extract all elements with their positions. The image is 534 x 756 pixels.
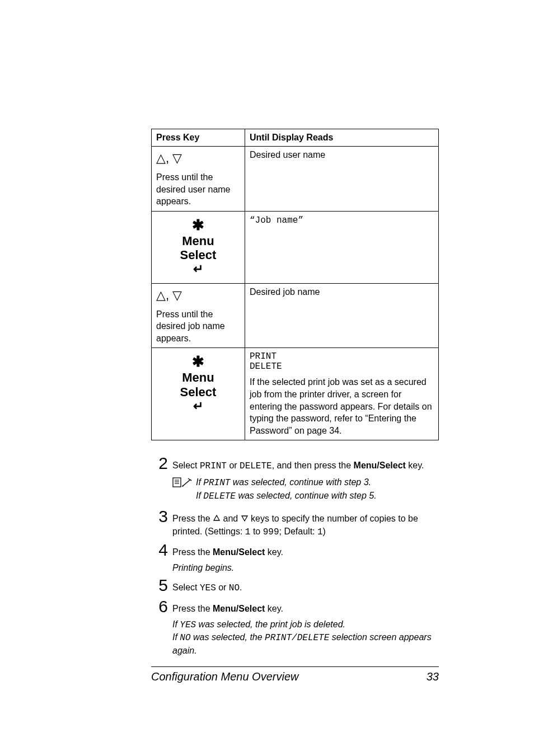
text: key.: [265, 604, 283, 613]
press-key-subnote: Press until the desired job name appears…: [156, 309, 225, 343]
up-down-arrows-icon: △, ▽: [156, 287, 182, 308]
text: to: [250, 527, 263, 536]
text: ): [323, 527, 326, 536]
display-reads-cell: “Job name”: [245, 211, 439, 283]
bold-text: Menu/Select: [213, 604, 265, 613]
menu-label: Menu: [156, 370, 240, 384]
code-text: PRINT: [203, 478, 230, 488]
code-text: DELETE: [240, 461, 272, 471]
display-text-paragraph: If the selected print job was set as a s…: [250, 376, 434, 436]
col-header-display-reads: Until Display Reads: [245, 129, 439, 147]
text: key.: [406, 461, 424, 470]
text: key.: [265, 547, 283, 557]
press-key-cell: △, ▽ Press until the desired job name ap…: [152, 283, 245, 348]
text: Press the: [172, 547, 213, 557]
down-triangle-icon: [241, 513, 249, 525]
select-label: Select: [156, 248, 240, 262]
code-text: 999: [263, 527, 279, 537]
text: /: [292, 633, 297, 643]
document-page: Press Key Until Display Reads △, ▽ Press…: [0, 0, 534, 756]
instruction-steps: 2 Select PRINT or DELETE, and then press…: [151, 455, 439, 656]
code-text: YES: [200, 583, 216, 593]
enter-icon: ↵: [156, 262, 240, 276]
menu-label: Menu: [156, 234, 240, 248]
text: If: [196, 491, 203, 500]
text: Press the: [172, 604, 213, 613]
press-key-subnote: Press until the desired user name appear…: [156, 172, 231, 206]
code-text: 1: [245, 527, 251, 537]
bold-text: Menu/Select: [213, 547, 265, 557]
text: .: [240, 583, 242, 592]
step-row: 3 Press the and keys to specify the numb…: [151, 508, 439, 538]
press-key-cell: ✱ Menu Select ↵: [152, 348, 245, 440]
note-icon: [172, 476, 194, 491]
footer-title: Configuration Menu Overview: [151, 670, 298, 683]
col-header-press-key: Press Key: [152, 129, 245, 147]
up-triangle-icon: [213, 513, 221, 525]
star-icon: ✱: [156, 354, 240, 370]
svg-marker-5: [242, 516, 247, 521]
table-row: △, ▽ Press until the desired user name a…: [152, 147, 439, 212]
step-body: Select PRINT or DELETE, and then press t…: [172, 455, 439, 473]
step-subtext: If YES was selected, the print job is de…: [172, 618, 439, 657]
code-text: PRINT: [200, 461, 227, 471]
code-text: DELETE: [203, 491, 236, 501]
code-text: NO: [180, 633, 190, 643]
text: Select: [172, 583, 200, 592]
text: Select: [172, 461, 200, 470]
code-text: NO: [229, 583, 240, 593]
up-down-arrows-icon: △, ▽: [156, 150, 182, 171]
note-row: If PRINT was selected, continue with ste…: [172, 476, 439, 503]
step-row: 4 Press the Menu/Select key. Printing be…: [151, 542, 439, 574]
text: Press the: [172, 514, 213, 523]
step-number: 2: [151, 455, 168, 472]
display-reads-cell: Desired user name: [245, 147, 439, 212]
menu-select-icon: ✱ Menu Select ↵: [156, 215, 240, 280]
enter-icon: ↵: [156, 399, 240, 413]
text: or: [216, 583, 229, 592]
star-icon: ✱: [156, 217, 240, 234]
step-number: 5: [151, 577, 168, 594]
svg-marker-4: [214, 515, 219, 520]
display-text-print: PRINT: [250, 351, 434, 361]
step-number: 3: [151, 508, 168, 525]
step-row: 2 Select PRINT or DELETE, and then press…: [151, 455, 439, 473]
svg-rect-0: [173, 478, 181, 487]
text: was selected, the print job is deleted.: [196, 619, 345, 629]
press-key-cell: △, ▽ Press until the desired user name a…: [152, 147, 245, 212]
page-footer: Configuration Menu Overview 33: [151, 666, 439, 683]
code-text: YES: [180, 620, 196, 630]
step-row: 6 Press the Menu/Select key. If YES was …: [151, 598, 439, 656]
text: was selected, continue with step 3.: [230, 477, 371, 487]
text: ; Default:: [279, 527, 317, 536]
step-body: Press the Menu/Select key. Printing begi…: [172, 542, 439, 574]
table-row: ✱ Menu Select ↵ PRINT DELETE If the sele…: [152, 348, 439, 440]
page-number: 33: [427, 670, 439, 683]
step-row: 5 Select YES or NO.: [151, 577, 439, 595]
text: was selected, the: [191, 632, 265, 642]
text: and: [221, 514, 241, 523]
step-subtext: Printing begins.: [172, 562, 439, 574]
display-text-delete: DELETE: [250, 361, 434, 372]
table-row: △, ▽ Press until the desired job name ap…: [152, 283, 439, 348]
text: If: [196, 477, 203, 487]
code-text: DELETE: [297, 633, 330, 643]
bold-text: Menu/Select: [354, 461, 406, 470]
menu-select-icon: ✱ Menu Select ↵: [156, 351, 240, 416]
step-number: 4: [151, 542, 168, 558]
display-reads-cell: PRINT DELETE If the selected print job w…: [245, 348, 439, 440]
text: or: [227, 461, 240, 470]
select-label: Select: [156, 385, 240, 399]
display-reads-cell: Desired job name: [245, 283, 439, 348]
step-body: Press the and keys to specify the number…: [172, 508, 439, 538]
text: If: [172, 632, 180, 642]
press-key-table: Press Key Until Display Reads △, ▽ Press…: [151, 129, 439, 440]
text: was selected, continue with step 5.: [236, 491, 377, 500]
step-body: Press the Menu/Select key. If YES was se…: [172, 598, 439, 656]
text: If: [172, 619, 180, 629]
code-text: 1: [317, 527, 323, 537]
step-body: Select YES or NO.: [172, 577, 439, 595]
step-number: 6: [151, 598, 168, 615]
text: , and then press the: [272, 461, 354, 470]
display-text: “Job name”: [250, 215, 303, 226]
